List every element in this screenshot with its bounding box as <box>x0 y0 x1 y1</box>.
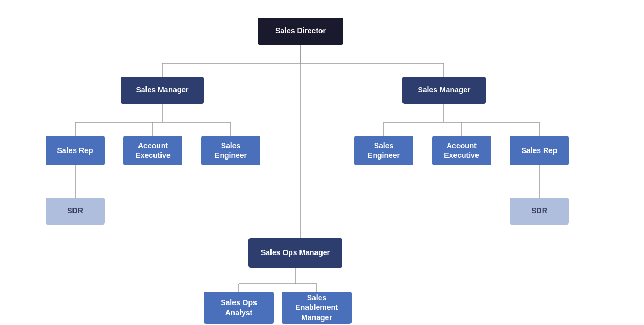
sales-director-node: Sales Director <box>258 18 343 45</box>
sales-engineer-right-node: Sales Engineer <box>354 136 413 165</box>
sales-manager-left-node: Sales Manager <box>121 77 204 104</box>
sales-manager-right-node: Sales Manager <box>402 77 486 104</box>
sales-ops-manager-node: Sales Ops Manager <box>248 238 342 268</box>
sales-ops-analyst-node: Sales Ops Analyst <box>204 292 274 324</box>
sales-rep-left-node: Sales Rep <box>46 136 105 165</box>
account-exec-right-node: Account Executive <box>432 136 491 165</box>
sales-rep-right-node: Sales Rep <box>510 136 569 165</box>
org-chart: Sales Director Sales Manager Sales Manag… <box>27 7 617 319</box>
account-exec-left-node: Account Executive <box>123 136 182 165</box>
sdr-right-node: SDR <box>510 198 569 225</box>
sdr-left-node: SDR <box>46 198 105 225</box>
sales-enablement-manager-node: Sales Enablement Manager <box>282 292 352 324</box>
sales-engineer-left-node: Sales Engineer <box>201 136 260 165</box>
